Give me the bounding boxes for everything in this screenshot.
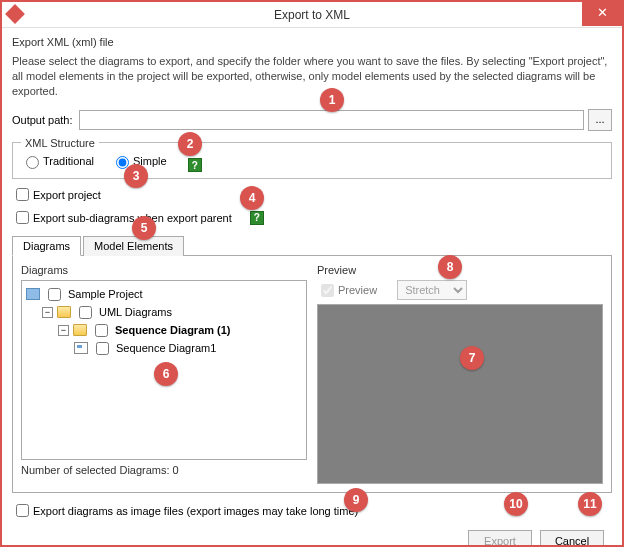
selected-count: Number of selected Diagrams: 0 (21, 464, 307, 476)
annotation-badge: 5 (132, 216, 156, 240)
annotation-badge: 8 (438, 255, 462, 279)
export-project-checkbox[interactable]: Export project (12, 185, 101, 204)
output-path-row: Output path: ... (12, 109, 612, 131)
close-button[interactable]: ✕ (582, 2, 622, 26)
diagrams-title: Diagrams (21, 264, 307, 276)
tab-model-elements[interactable]: Model Elements (83, 236, 184, 256)
export-images-input[interactable] (16, 504, 29, 517)
xml-structure-group: XML Structure Traditional Simple ? (12, 137, 612, 180)
tab-panel: Diagrams Sample Project − UML Diagrams − (12, 256, 612, 493)
annotation-badge: 3 (124, 164, 148, 188)
export-project-input[interactable] (16, 188, 29, 201)
tree-seq-group-label: Sequence Diagram (1) (115, 324, 231, 336)
description-text: Please select the diagrams to export, an… (12, 54, 612, 99)
cancel-button[interactable]: Cancel (540, 530, 604, 547)
export-button[interactable]: Export (468, 530, 532, 547)
preview-mode-select[interactable]: Stretch (397, 280, 467, 300)
annotation-badge: 7 (460, 346, 484, 370)
dialog-content: Export XML (xml) file Please select the … (2, 28, 622, 547)
export-images-checkbox[interactable]: Export diagrams as image files (export i… (12, 501, 358, 520)
collapse-icon[interactable]: − (42, 307, 53, 318)
app-icon (5, 4, 25, 24)
export-sub-row: Export sub-diagrams when export parent ? (12, 208, 612, 227)
tree-root-check[interactable] (48, 288, 61, 301)
annotation-badge: 4 (240, 186, 264, 210)
output-path-input[interactable] (79, 110, 584, 130)
tree-uml[interactable]: − UML Diagrams (26, 303, 302, 321)
tree-root-label: Sample Project (68, 288, 143, 300)
export-project-label: Export project (33, 189, 101, 201)
radio-traditional-label: Traditional (43, 155, 94, 167)
radio-traditional[interactable]: Traditional (21, 153, 94, 169)
preview-controls: Preview Stretch (317, 280, 603, 300)
annotation-badge: 11 (578, 492, 602, 516)
button-bar: Export Cancel (12, 530, 612, 547)
tree-root[interactable]: Sample Project (26, 285, 302, 303)
help-icon[interactable]: ? (250, 211, 264, 225)
tree-uml-check[interactable] (79, 306, 92, 319)
annotation-badge: 10 (504, 492, 528, 516)
title-bar: Export to XML ✕ (2, 2, 622, 28)
export-sub-input[interactable] (16, 211, 29, 224)
preview-column: Preview Preview Stretch (317, 264, 603, 484)
annotation-badge: 1 (320, 88, 344, 112)
folder-icon (73, 324, 87, 336)
export-project-row: Export project (12, 185, 612, 204)
xml-structure-legend: XML Structure (21, 137, 99, 149)
export-sub-checkbox[interactable]: Export sub-diagrams when export parent (12, 208, 232, 227)
preview-area (317, 304, 603, 484)
preview-check-label: Preview (338, 284, 377, 296)
tree-seq-item[interactable]: Sequence Diagram1 (26, 339, 302, 357)
help-icon[interactable]: ? (188, 158, 202, 172)
radio-traditional-input[interactable] (26, 156, 39, 169)
tree-seq-group[interactable]: − Sequence Diagram (1) (26, 321, 302, 339)
window-title: Export to XML (274, 8, 350, 22)
tree-seq-item-label: Sequence Diagram1 (116, 342, 216, 354)
folder-icon (57, 306, 71, 318)
annotation-badge: 2 (178, 132, 202, 156)
export-images-label: Export diagrams as image files (export i… (33, 505, 358, 517)
tree-uml-label: UML Diagrams (99, 306, 172, 318)
annotation-badge: 9 (344, 488, 368, 512)
tab-bar: Diagrams Model Elements (12, 235, 612, 256)
preview-check-input[interactable] (321, 284, 334, 297)
tree-seq-group-check[interactable] (95, 324, 108, 337)
tree-seq-item-check[interactable] (96, 342, 109, 355)
tab-diagrams[interactable]: Diagrams (12, 236, 81, 256)
collapse-icon[interactable]: − (58, 325, 69, 336)
header-text: Export XML (xml) file (12, 36, 612, 48)
diagram-icon (74, 342, 88, 354)
project-icon (26, 288, 40, 300)
annotation-badge: 6 (154, 362, 178, 386)
preview-checkbox[interactable]: Preview (317, 281, 377, 300)
browse-button[interactable]: ... (588, 109, 612, 131)
output-path-label: Output path: (12, 114, 73, 126)
